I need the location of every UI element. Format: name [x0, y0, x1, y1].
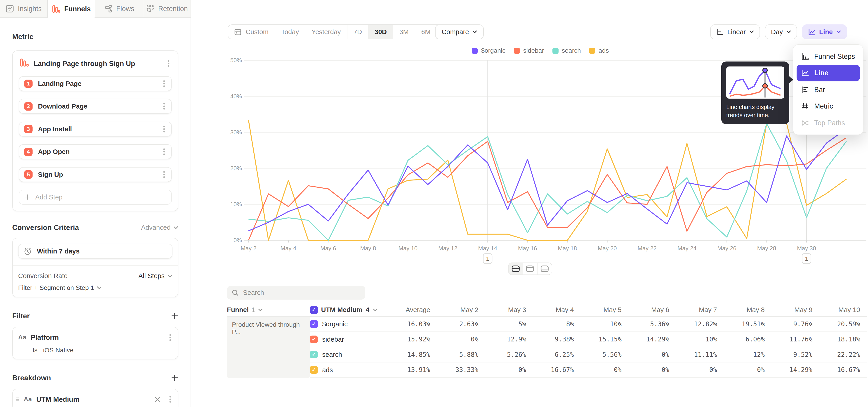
kebab-icon[interactable]: [166, 59, 171, 68]
scale-select[interactable]: Linear: [710, 24, 760, 39]
chart-type-select[interactable]: Line: [802, 24, 847, 39]
legend-item-search[interactable]: search: [553, 47, 581, 54]
legend-swatch: [553, 48, 559, 54]
filter-property[interactable]: Platform: [31, 334, 163, 341]
kebab-icon[interactable]: [162, 102, 166, 111]
drag-handle-icon[interactable]: [16, 397, 19, 402]
filter-segment-select[interactable]: Filter + Segment on Step 1: [18, 284, 172, 291]
series-checkbox[interactable]: ✓: [310, 366, 318, 374]
dropdown-item-bar[interactable]: Bar: [797, 82, 860, 98]
date-range-yesterday[interactable]: Yesterday: [305, 25, 347, 39]
tab-flows[interactable]: Flows: [95, 0, 143, 18]
day-column-header-may-9: May 9: [771, 304, 819, 317]
date-range-custom[interactable]: Custom: [228, 25, 275, 39]
dropdown-item-label: Metric: [814, 102, 833, 110]
filter-segment-label: Filter + Segment on Step 1: [18, 284, 94, 291]
flows-icon: [104, 4, 112, 13]
kebab-icon[interactable]: [162, 147, 166, 156]
compare-button[interactable]: Compare: [435, 24, 484, 39]
day-value: 15.15%: [581, 332, 628, 347]
day-column-header-may-6: May 6: [628, 304, 676, 317]
kebab-icon[interactable]: [162, 124, 166, 134]
tab-insights[interactable]: Insights: [0, 0, 48, 18]
date-range-7d[interactable]: 7D: [347, 25, 368, 39]
series-line-ads[interactable]: [249, 120, 846, 240]
search-icon: [232, 289, 239, 296]
day-column-header-may-3: May 3: [485, 304, 533, 317]
svg-text:May 18: May 18: [558, 245, 577, 251]
series-name: search: [322, 351, 342, 358]
add-step-button[interactable]: Add Step: [19, 190, 172, 205]
date-range-today[interactable]: Today: [275, 25, 305, 39]
breakdown-column-header[interactable]: ✓UTM Medium4: [310, 304, 388, 317]
legend-item-organic[interactable]: $organic: [472, 47, 506, 54]
kebab-icon[interactable]: [162, 170, 166, 179]
conversion-window-value: Within 7 days: [37, 247, 80, 255]
kebab-icon[interactable]: [168, 395, 173, 404]
funnel-step-download-page[interactable]: 2Download Page: [19, 99, 172, 114]
step-label: App Open: [38, 148, 156, 156]
funnel-steps-list: 1Landing Page2Download Page3App Install4…: [19, 76, 172, 182]
svg-text:May 8: May 8: [360, 245, 376, 251]
funnel-header[interactable]: Landing Page through Sign Up: [19, 57, 172, 69]
row-group-label[interactable]: Product Viewed through P...: [227, 317, 310, 378]
funnel-step-landing-page[interactable]: 1Landing Page: [19, 76, 172, 91]
date-range-6m[interactable]: 6M: [415, 25, 437, 39]
conversion-window-button[interactable]: Within 7 days: [18, 244, 172, 259]
layout-split-button[interactable]: [508, 263, 523, 275]
svg-text:May 4: May 4: [281, 245, 296, 251]
day-value: 5.36%: [628, 317, 676, 332]
funnel-step-app-open[interactable]: 4App Open: [19, 144, 172, 159]
conversion-rate-label: Conversion Rate: [18, 272, 68, 280]
tab-label: Flows: [116, 5, 134, 13]
table-row-organic[interactable]: ✓$organic: [310, 317, 388, 332]
annotation-badge[interactable]: 1: [802, 254, 811, 264]
svg-text:May 22: May 22: [638, 245, 657, 251]
funnel-step-app-install[interactable]: 3App Install: [19, 122, 172, 136]
dropdown-item-label: Top Paths: [814, 119, 845, 127]
day-value: 33.33%: [437, 363, 485, 378]
property-type-icon: Aa: [24, 396, 32, 403]
filter-value[interactable]: iOS Native: [43, 347, 73, 354]
table-row-sidebar[interactable]: ✓sidebar: [310, 332, 388, 347]
funnel-step-sign-up[interactable]: 5Sign Up: [19, 167, 172, 182]
chevron-down-icon: [472, 30, 477, 33]
average-value: 16.03%: [388, 317, 437, 332]
table-row-ads[interactable]: ✓ads: [310, 363, 388, 378]
granularity-select[interactable]: Day: [765, 24, 797, 39]
legend-swatch: [472, 48, 478, 54]
tab-retention[interactable]: Retention: [143, 0, 191, 18]
legend-item-sidebar[interactable]: sidebar: [514, 47, 544, 54]
dropdown-item-line[interactable]: Line: [797, 65, 860, 81]
utm-checkbox[interactable]: ✓: [310, 306, 318, 314]
svg-text:May 6: May 6: [320, 245, 336, 251]
series-checkbox[interactable]: ✓: [310, 320, 318, 328]
date-range-30d[interactable]: 30D: [368, 25, 393, 39]
breakdown-property[interactable]: UTM Medium: [36, 396, 150, 403]
day-column-header-may-8: May 8: [723, 304, 771, 317]
dropdown-item-top-paths: Top Paths: [797, 115, 860, 131]
date-range-3m[interactable]: 3M: [393, 25, 415, 39]
layout-chart-button[interactable]: [523, 263, 537, 275]
add-breakdown-button[interactable]: [171, 374, 178, 381]
add-filter-button[interactable]: [171, 312, 178, 319]
conversion-rate-select[interactable]: All Steps: [138, 272, 172, 280]
layout-table-button[interactable]: [537, 263, 552, 275]
series-checkbox[interactable]: ✓: [310, 351, 318, 358]
dropdown-item-funnel-steps[interactable]: Funnel Steps: [797, 48, 860, 65]
day-value: 16.67%: [533, 363, 581, 378]
series-checkbox[interactable]: ✓: [310, 336, 318, 343]
filter-operator[interactable]: Is: [33, 347, 37, 354]
conversion-mode-select[interactable]: Advanced: [141, 224, 178, 231]
legend-item-ads[interactable]: ads: [589, 47, 609, 54]
funnel-column-header[interactable]: Funnel1: [227, 304, 310, 317]
close-icon[interactable]: [155, 397, 160, 402]
annotation-badge[interactable]: 1: [483, 254, 492, 264]
kebab-icon[interactable]: [162, 79, 166, 88]
tab-funnels[interactable]: Funnels: [48, 0, 95, 18]
kebab-icon[interactable]: [168, 333, 173, 342]
table-row-search[interactable]: ✓search: [310, 347, 388, 362]
dropdown-item-metric[interactable]: Metric: [797, 98, 860, 115]
day-value: 12.82%: [676, 317, 723, 332]
search-input[interactable]: [243, 289, 360, 296]
